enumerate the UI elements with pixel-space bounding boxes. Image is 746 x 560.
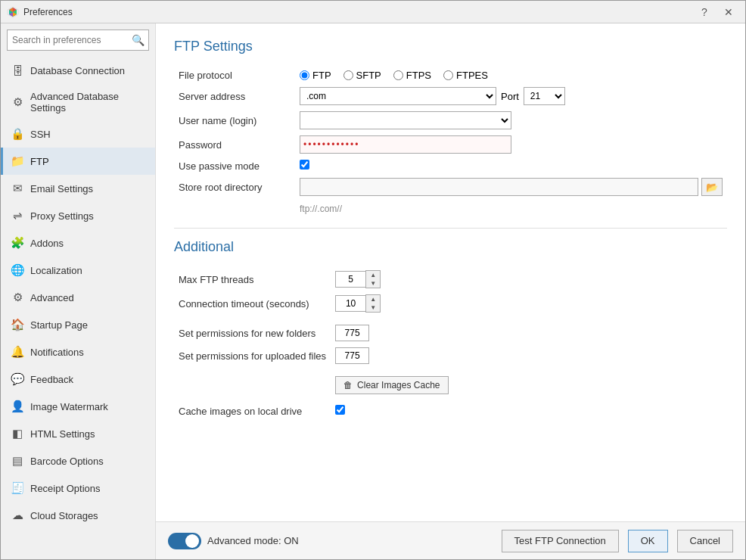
max-threads-spinner: ▲ ▼ bbox=[335, 270, 723, 288]
sidebar-item-database-connection[interactable]: 🗄Database Connection bbox=[1, 57, 155, 84]
username-row: User name (login) bbox=[174, 108, 727, 132]
max-threads-spin-buttons: ▲ ▼ bbox=[365, 270, 381, 288]
server-address-label: Server address bbox=[174, 84, 295, 108]
sidebar-item-image-watermark[interactable]: 👤Image Watermark bbox=[1, 393, 155, 420]
sidebar-item-ssh[interactable]: 🔒SSH bbox=[1, 120, 155, 148]
email-icon: ✉ bbox=[11, 182, 24, 195]
advanced-mode-toggle[interactable]: Advanced mode: ON bbox=[168, 533, 299, 549]
sidebar-item-addons[interactable]: 🧩Addons bbox=[1, 229, 155, 257]
sidebar-item-label-addons: Addons bbox=[30, 238, 64, 249]
advanced-mode-label: Advanced mode: ON bbox=[207, 535, 299, 546]
sidebar-item-startup-page[interactable]: 🏠Startup Page bbox=[1, 311, 155, 338]
sidebar-item-advanced-database-settings[interactable]: ⚙Advanced Database Settings bbox=[1, 84, 155, 120]
watermark-icon: 👤 bbox=[11, 400, 24, 413]
cancel-button[interactable]: Cancel bbox=[677, 530, 733, 552]
ftp-section-title: FTP Settings bbox=[174, 39, 727, 54]
username-cell bbox=[295, 108, 727, 132]
max-threads-row: Max FTP threads ▲ ▼ bbox=[174, 267, 727, 291]
local-icon: 🌐 bbox=[11, 263, 24, 277]
db-adv-icon: ⚙ bbox=[11, 95, 24, 109]
sidebar-item-label-feedback: Feedback bbox=[30, 374, 73, 385]
max-threads-cell: ▲ ▼ bbox=[331, 267, 727, 291]
root-dir-input[interactable] bbox=[300, 178, 698, 196]
cache-local-label: Cache images on local drive bbox=[174, 402, 331, 420]
perm-files-input[interactable] bbox=[335, 347, 369, 364]
sidebar-item-advanced[interactable]: ⚙Advanced bbox=[1, 284, 155, 311]
perm-folders-input[interactable] bbox=[335, 325, 369, 341]
app-logo bbox=[7, 6, 19, 18]
clear-cache-button[interactable]: 🗑 Clear Images Cache bbox=[335, 376, 448, 394]
perm-files-row: Set permissions for uploaded files bbox=[174, 344, 727, 367]
sidebar-items: 🗄Database Connection⚙Advanced Database S… bbox=[1, 57, 155, 529]
timeout-row: Connection timeout (seconds) ▲ ▼ bbox=[174, 291, 727, 316]
main-content-area: 🔍 🗄Database Connection⚙Advanced Database… bbox=[1, 23, 745, 559]
ftp-path-spacer bbox=[174, 199, 295, 217]
sidebar-item-ftp[interactable]: 📁FTP bbox=[1, 148, 155, 175]
root-dir-label: Store root directory bbox=[174, 175, 295, 199]
preferences-window: Preferences ? ✕ 🔍 🗄Database Connection⚙A… bbox=[0, 0, 746, 560]
cache-local-checkbox[interactable] bbox=[335, 405, 345, 415]
sidebar-item-proxy-settings[interactable]: ⇌Proxy Settings bbox=[1, 202, 155, 229]
timeout-input[interactable] bbox=[335, 295, 365, 312]
port-dropdown[interactable]: 21 bbox=[524, 87, 565, 105]
protocol-ftps[interactable]: FTPS bbox=[393, 70, 431, 81]
ok-button[interactable]: OK bbox=[628, 530, 668, 552]
sidebar-item-notifications[interactable]: 🔔Notifications bbox=[1, 338, 155, 366]
sidebar-item-label-localization: Localization bbox=[30, 265, 82, 276]
sidebar-item-label-database-connection: Database Connection bbox=[30, 65, 125, 76]
ssh-icon: 🔒 bbox=[11, 127, 24, 141]
sidebar-item-label-image-watermark: Image Watermark bbox=[30, 401, 108, 412]
ftp-path-row: ftp://.com// bbox=[174, 199, 727, 217]
toggle-knob bbox=[185, 534, 199, 548]
browse-button[interactable]: 📂 bbox=[701, 178, 723, 196]
passive-mode-checkbox[interactable] bbox=[300, 160, 309, 170]
root-dir-cell: 📂 bbox=[295, 175, 727, 199]
passive-mode-cell bbox=[295, 157, 727, 175]
addon-icon: 🧩 bbox=[11, 236, 24, 250]
sidebar-item-label-barcode-options: Barcode Options bbox=[30, 456, 104, 467]
protocol-options: FTP SFTP FTPS FTPES bbox=[295, 67, 727, 84]
sidebar: 🔍 🗄Database Connection⚙Advanced Database… bbox=[1, 23, 156, 559]
root-dir-row: Store root directory 📂 bbox=[174, 175, 727, 199]
max-threads-down[interactable]: ▼ bbox=[366, 279, 380, 288]
sidebar-item-label-notifications: Notifications bbox=[30, 347, 84, 358]
max-threads-up[interactable]: ▲ bbox=[366, 271, 380, 279]
timeout-label: Connection timeout (seconds) bbox=[174, 291, 331, 316]
sidebar-item-html-settings[interactable]: ◧HTML Settings bbox=[1, 420, 155, 447]
protocol-ftp[interactable]: FTP bbox=[300, 70, 331, 81]
protocol-ftpes[interactable]: FTPES bbox=[443, 70, 488, 81]
db-icon: 🗄 bbox=[11, 64, 24, 77]
perm-files-label: Set permissions for uploaded files bbox=[174, 344, 331, 367]
adv-icon: ⚙ bbox=[11, 291, 24, 304]
ftp-path: ftp://.com// bbox=[300, 202, 723, 214]
sidebar-item-email-settings[interactable]: ✉Email Settings bbox=[1, 175, 155, 202]
protocol-sftp[interactable]: SFTP bbox=[343, 70, 381, 81]
ftp-settings-panel: FTP Settings File protocol FTP SFTP bbox=[156, 23, 745, 559]
sidebar-item-label-ftp: FTP bbox=[30, 156, 49, 167]
server-address-dropdown[interactable]: .com bbox=[300, 87, 496, 105]
timeout-up[interactable]: ▲ bbox=[366, 295, 380, 303]
help-button[interactable]: ? bbox=[694, 4, 715, 20]
clear-cache-cell: 🗑 Clear Images Cache bbox=[331, 367, 727, 402]
sidebar-item-cloud-storages[interactable]: ☁Cloud Storages bbox=[1, 502, 155, 529]
toggle-switch[interactable] bbox=[168, 533, 201, 549]
server-address-row: Server address .com Port 21 bbox=[174, 84, 727, 108]
test-connection-button[interactable]: Test FTP Connection bbox=[502, 530, 619, 552]
startup-icon: 🏠 bbox=[11, 318, 24, 331]
username-dropdown[interactable] bbox=[300, 111, 511, 129]
close-button[interactable]: ✕ bbox=[718, 4, 739, 20]
sidebar-item-label-email-settings: Email Settings bbox=[30, 183, 93, 194]
spacer-row bbox=[174, 316, 727, 322]
sidebar-item-feedback[interactable]: 💬Feedback bbox=[1, 366, 155, 393]
sidebar-item-label-html-settings: HTML Settings bbox=[30, 428, 95, 440]
max-threads-label: Max FTP threads bbox=[174, 267, 331, 291]
max-threads-input[interactable] bbox=[335, 271, 365, 288]
proxy-icon: ⇌ bbox=[11, 209, 24, 222]
timeout-down[interactable]: ▼ bbox=[366, 303, 380, 312]
clear-cache-icon: 🗑 bbox=[343, 380, 353, 390]
sidebar-item-localization[interactable]: 🌐Localization bbox=[1, 257, 155, 284]
search-input[interactable] bbox=[7, 30, 149, 51]
password-input[interactable] bbox=[300, 135, 511, 154]
sidebar-item-receipt-options[interactable]: 🧾Receipt Options bbox=[1, 474, 155, 502]
sidebar-item-barcode-options[interactable]: ▤Barcode Options bbox=[1, 447, 155, 474]
